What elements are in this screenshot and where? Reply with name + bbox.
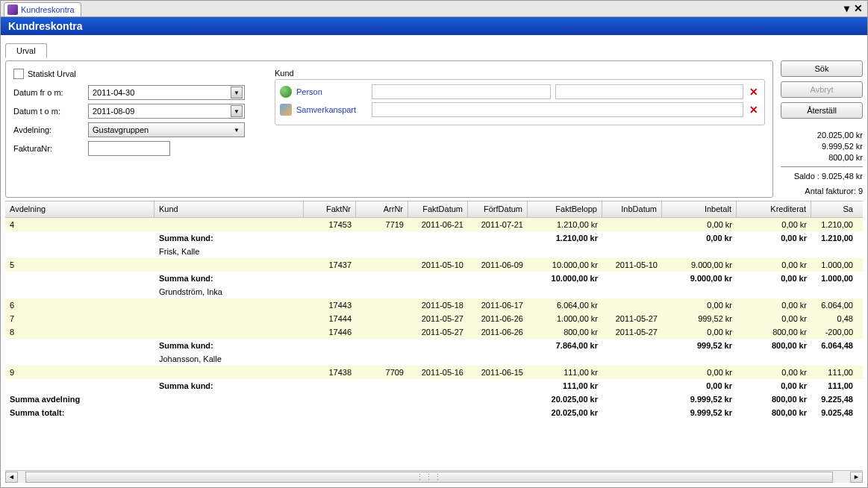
cell — [408, 412, 468, 413]
clear-partner-icon[interactable]: ✕ — [748, 104, 760, 116]
col-inbetalt[interactable]: Inbetalt — [662, 201, 737, 217]
col-saldo[interactable]: Sa — [811, 201, 858, 217]
table-row[interactable]: Frisk, Kalle — [5, 245, 863, 258]
table-row[interactable]: Summa avdelning20.025,00 kr9.999,52 kr80… — [5, 392, 863, 406]
table-row[interactable]: Summa kund:1.210,00 kr0,00 kr0,00 kr1.21… — [5, 231, 863, 245]
table-row[interactable]: Summa kund:111,00 kr0,00 kr0,00 kr111,00 — [5, 379, 863, 392]
cell — [662, 358, 737, 360]
horizontal-scrollbar[interactable]: ◄ ⋮⋮⋮ ► — [5, 470, 863, 483]
cell: 9.999,52 kr — [662, 407, 737, 418]
grid-body[interactable]: 41745377192011-06-212011-07-211.210,00 k… — [5, 218, 863, 470]
person-input-2[interactable] — [555, 84, 743, 99]
cell — [468, 412, 528, 413]
cell: 1.000,00 — [811, 260, 858, 270]
chevron-down-icon[interactable]: ▼ — [231, 87, 243, 98]
chevron-down-icon[interactable]: ▼ — [231, 105, 243, 117]
col-avdelning[interactable]: Avdelning — [5, 201, 154, 217]
table-row[interactable]: Johansson, Kalle — [5, 352, 863, 366]
cell: 2011-06-21 — [408, 219, 468, 230]
cell — [408, 278, 468, 279]
cell — [154, 372, 304, 373]
cell — [304, 385, 356, 387]
cell: 20.025,00 kr — [528, 407, 602, 418]
col-arrnr[interactable]: ArrNr — [356, 201, 408, 217]
cell — [356, 398, 408, 400]
partner-input[interactable] — [372, 102, 743, 117]
cell: 0,00 kr — [662, 219, 737, 230]
search-button[interactable]: Sök — [781, 60, 863, 77]
cell: 0,00 kr — [737, 300, 811, 310]
datum-to-input[interactable]: 2011-08-09 ▼ — [88, 104, 245, 119]
scroll-left-icon[interactable]: ◄ — [5, 472, 18, 483]
cell — [304, 291, 356, 293]
scroll-right-icon[interactable]: ► — [850, 472, 863, 483]
cell — [356, 291, 408, 293]
cell: 0,00 kr — [737, 381, 811, 391]
col-forfdatum[interactable]: FörfDatum — [468, 201, 528, 217]
statiskt-urval-checkbox[interactable] — [13, 69, 24, 79]
col-faktbelopp[interactable]: FaktBelopp — [528, 201, 602, 217]
scroll-track[interactable]: ⋮⋮⋮ — [18, 472, 850, 483]
cell — [304, 278, 356, 279]
table-row[interactable]: 8174462011-05-272011-06-26800,00 kr2011-… — [5, 325, 863, 339]
cell — [5, 345, 154, 346]
cell — [154, 331, 304, 333]
table-row[interactable]: 41745377192011-06-212011-07-211.210,00 k… — [5, 218, 863, 231]
cell: 6.064,00 kr — [528, 300, 602, 310]
datum-to-value: 2011-08-09 — [93, 107, 134, 116]
datum-to-label: Datum t o m: — [13, 107, 88, 116]
cell — [154, 304, 304, 306]
table-row[interactable]: 5174372011-05-102011-06-0910.000,00 kr20… — [5, 258, 863, 272]
table-row[interactable]: Summa totalt:20.025,00 kr9.999,52 kr800,… — [5, 406, 863, 419]
chevron-down-icon[interactable]: ▼ — [231, 124, 243, 136]
cell: 800,00 kr — [737, 327, 811, 337]
cell — [468, 291, 528, 293]
minimize-icon[interactable]: ▾ — [844, 2, 849, 14]
table-row[interactable]: 7174442011-05-272011-06-261.000,00 kr201… — [5, 312, 863, 325]
table-row[interactable]: 6174432011-05-182011-06-176.064,00 kr0,0… — [5, 298, 863, 312]
reset-button[interactable]: Återställ — [781, 102, 863, 119]
module-icon — [7, 4, 18, 15]
table-row[interactable]: 91743877092011-05-162011-06-15111,00 kr0… — [5, 366, 863, 379]
table-row[interactable]: Grundström, Inka — [5, 285, 863, 298]
person-link[interactable]: Person — [296, 87, 367, 96]
cell: 2011-05-27 — [602, 313, 662, 324]
cell: 800,00 kr — [737, 407, 811, 418]
partner-icon — [280, 104, 292, 116]
cell: 2011-05-27 — [408, 327, 468, 337]
cell — [662, 251, 737, 252]
cell — [408, 345, 468, 346]
close-icon[interactable]: ✕ — [854, 2, 863, 14]
scroll-thumb[interactable]: ⋮⋮⋮ — [25, 472, 833, 483]
col-inbdatum[interactable]: InbDatum — [602, 201, 662, 217]
cell: 2011-06-15 — [468, 367, 528, 378]
col-faktnr[interactable]: FaktNr — [304, 201, 356, 217]
cell: 9 — [5, 367, 154, 378]
cell: 2011-07-21 — [468, 219, 528, 230]
cell: 7.864,00 kr — [528, 340, 602, 351]
avdelning-select[interactable]: Gustavgruppen ▼ — [88, 122, 245, 137]
cell — [602, 372, 662, 373]
clear-person-icon[interactable]: ✕ — [748, 86, 760, 98]
col-krediterat[interactable]: Krediterat — [737, 201, 811, 217]
col-kund[interactable]: Kund — [154, 201, 304, 217]
table-row[interactable]: Summa kund:10.000,00 kr9.000,00 kr0,00 k… — [5, 272, 863, 285]
content-area: Urval Statiskt Urval Datum fr o m: 2011-… — [1, 35, 867, 487]
cell: 17446 — [304, 327, 356, 337]
title-bar: Kundreskontra — [1, 17, 867, 35]
datum-from-input[interactable]: 2011-04-30 ▼ — [88, 85, 245, 100]
grid-header: Avdelning Kund FaktNr ArrNr FaktDatum Fö… — [5, 201, 863, 218]
cell — [5, 278, 154, 279]
cell: Summa kund: — [154, 340, 304, 351]
outer-tab-kundreskontra[interactable]: Kundreskontra — [4, 2, 81, 16]
cell: 0,00 kr — [737, 233, 811, 243]
partner-link[interactable]: Samverkanspart — [296, 105, 367, 114]
col-faktdatum[interactable]: FaktDatum — [408, 201, 468, 217]
tab-urval[interactable]: Urval — [5, 43, 47, 58]
cell — [154, 264, 304, 266]
fakturanr-input[interactable] — [88, 141, 170, 156]
person-input-1[interactable] — [372, 84, 551, 99]
cancel-button: Avbryt — [781, 81, 863, 98]
table-row[interactable]: Summa kund:7.864,00 kr999,52 kr800,00 kr… — [5, 339, 863, 352]
cell — [528, 251, 602, 252]
